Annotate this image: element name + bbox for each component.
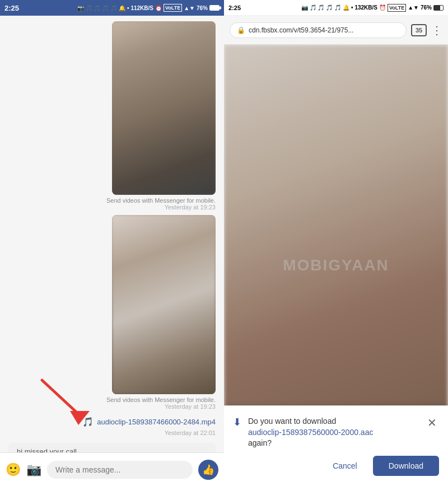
left-status-icons: 📷 🎵 🎵 🎵 🎵 🔔 • 112KB/S ⏰ VoLTE ▲▼ 76% xyxy=(77,4,220,12)
file-link-1[interactable]: 🎵 audioclip-1589387466000-2484.mp4 xyxy=(82,414,216,429)
input-bar: 🙂 📷 👍 xyxy=(0,452,224,486)
missed-call-text: hi missed your call. xyxy=(17,447,79,452)
video-thumbnail-2[interactable] xyxy=(112,215,216,394)
tab-count[interactable]: 35 xyxy=(411,24,427,36)
download-button[interactable]: Download xyxy=(373,456,439,476)
dialog-buttons: Cancel Download xyxy=(233,456,439,476)
thumbs-up-icon: 👍 xyxy=(202,464,214,476)
camera-icon[interactable]: 📷 xyxy=(26,462,41,477)
file-time-1: Yesterday at 22:01 xyxy=(165,429,216,436)
video-caption-2: Send videos with Messenger for mobile. xyxy=(106,396,216,403)
dialog-header: ⬇ Do you want to download audioclip-1589… xyxy=(233,416,439,449)
dialog-content: ⬇ Do you want to download audioclip-1589… xyxy=(233,416,373,449)
video-message-1: Send videos with Messenger for mobile. Y… xyxy=(8,21,216,211)
music-icon-1: 🎵 xyxy=(82,417,94,427)
left-status-bar: 2:25 📷 🎵 🎵 🎵 🎵 🔔 • 112KB/S ⏰ VoLTE ▲▼ 76… xyxy=(0,0,224,16)
dialog-filename[interactable]: audioclip-1589387560000-2000.aac xyxy=(248,428,373,437)
left-panel: 2:25 📷 🎵 🎵 🎵 🎵 🔔 • 112KB/S ⏰ VoLTE ▲▼ 76… xyxy=(0,0,224,486)
video-message-2: Send videos with Messenger for mobile. Y… xyxy=(8,215,216,410)
download-dialog: ⬇ Do you want to download audioclip-1589… xyxy=(224,405,448,486)
dialog-suffix: again? xyxy=(248,438,272,447)
dialog-question: Do you want to download xyxy=(248,417,336,426)
missed-call-banner: hi missed your call. xyxy=(8,443,216,452)
browser-bar: 🔒 cdn.fbsbx.com/v/t59.3654-21/975... 35 … xyxy=(224,16,448,45)
url-text: cdn.fbsbx.com/v/t59.3654-21/975... xyxy=(249,26,353,34)
right-time: 2:25 xyxy=(228,4,241,11)
right-panel: 2:25 📷 🎵 🎵 🎵 🎵 🔔 • 132KB/S ⏰ VoLTE ▲▼ 76… xyxy=(224,0,448,486)
right-status-bar: 2:25 📷 🎵 🎵 🎵 🎵 🔔 • 132KB/S ⏰ VoLTE ▲▼ 76… xyxy=(224,0,448,16)
messenger-content: Send videos with Messenger for mobile. Y… xyxy=(0,16,224,452)
more-options-icon[interactable]: ⋮ xyxy=(431,24,442,37)
file-message-1: 🎵 audioclip-1589387466000-2484.mp4 Yeste… xyxy=(8,414,216,436)
cancel-button[interactable]: Cancel xyxy=(326,457,364,475)
video-caption-1: Send videos with Messenger for mobile. xyxy=(106,197,216,204)
emoji-icon[interactable]: 🙂 xyxy=(6,462,21,477)
lock-icon: 🔒 xyxy=(237,26,245,34)
send-button[interactable]: 👍 xyxy=(198,460,218,480)
file-link-name-1: audioclip-1589387466000-2484.mp4 xyxy=(97,418,216,426)
video-time-2: Yesterday at 19:23 xyxy=(165,403,216,410)
url-bar[interactable]: 🔒 cdn.fbsbx.com/v/t59.3654-21/975... xyxy=(230,22,407,38)
left-time: 2:25 xyxy=(4,4,19,12)
dialog-text: Do you want to download audioclip-158938… xyxy=(248,416,373,449)
download-icon: ⬇ xyxy=(233,416,241,428)
close-icon[interactable]: ✕ xyxy=(425,416,439,429)
right-status-icons: 📷 🎵 🎵 🎵 🎵 🔔 • 132KB/S ⏰ VoLTE ▲▼ 76% xyxy=(301,4,444,12)
message-input[interactable] xyxy=(47,461,193,479)
video-time-1: Yesterday at 19:23 xyxy=(165,204,216,211)
video-thumbnail-1[interactable] xyxy=(112,21,216,195)
